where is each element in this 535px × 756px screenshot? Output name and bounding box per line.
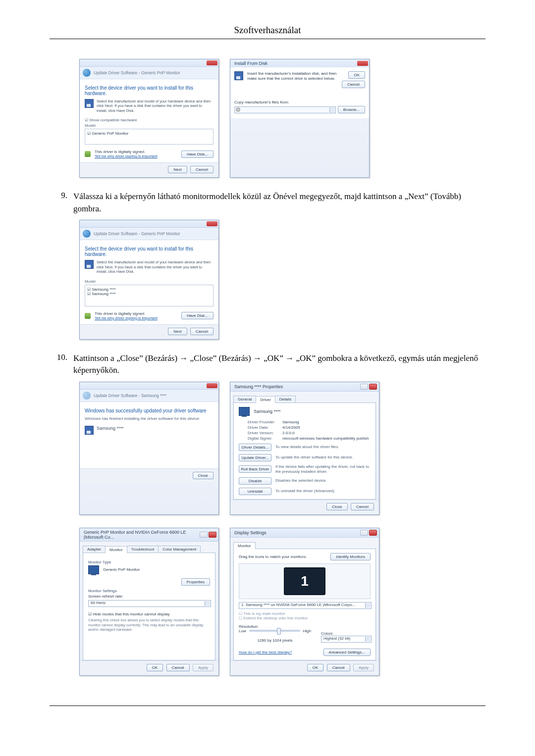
show-compatible-checkbox[interactable]: ☑ Show compatible hardware [85, 118, 214, 122]
signing-link[interactable]: Tell me why driver signing is important [95, 154, 177, 158]
hide-modes-checkbox[interactable]: ☑ Hide modes that this monitor cannot di… [88, 612, 210, 616]
step-10: 10. Kattintson a „Close” (Bezárás) → „Cl… [50, 353, 485, 377]
action-desc: Disables the selected device. [275, 478, 371, 483]
model-item[interactable]: Samsung **** [92, 292, 115, 296]
wizard-header-text: Update Driver Software - Generic PnP Mon… [94, 70, 180, 75]
back-arrow-icon[interactable] [83, 230, 91, 238]
min-icon[interactable] [360, 530, 368, 536]
ok-button[interactable]: OK [147, 664, 163, 671]
close-icon[interactable] [207, 221, 217, 226]
monitor-icon [85, 426, 94, 435]
monitor-settings-label: Monitor Settings [88, 589, 210, 593]
back-arrow-icon [83, 392, 91, 400]
cancel-button[interactable]: Cancel [327, 664, 350, 671]
next-button[interactable]: Next [168, 328, 187, 335]
identify-monitors-button[interactable]: Identify Monitors [330, 553, 371, 560]
cancel-button[interactable]: Cancel [342, 81, 365, 88]
tab-monitor[interactable]: Monitor [233, 542, 256, 549]
tab-color-management[interactable]: Color Management [158, 546, 201, 553]
step-text: Kattintson a „Close” (Bezárás) → „Close”… [73, 353, 485, 377]
disable-button[interactable]: Disable [239, 477, 271, 485]
tab-adapter[interactable]: Adapter [83, 546, 106, 553]
dlg-install-from-disk: Install From Disk Insert the manufacture… [230, 59, 370, 178]
floppy-icon [85, 99, 94, 108]
rollback-driver-button[interactable]: Roll Back Driver [239, 465, 271, 473]
close-button[interactable]: Close [326, 503, 347, 510]
close-icon[interactable] [209, 532, 216, 538]
browse-button[interactable]: Browse... [338, 106, 365, 113]
action-desc: If the device fails after updating the d… [275, 464, 371, 474]
screenshot-row-2: Update Driver Software - Generic PnP Mon… [79, 220, 485, 339]
monitor-icon [88, 565, 99, 574]
close-icon[interactable] [369, 384, 377, 390]
apply-button[interactable]: Apply [353, 664, 374, 671]
signed-text: This driver is digitally signed. [95, 150, 177, 154]
kv-val: Samsung [282, 420, 371, 424]
cancel-button[interactable]: Cancel [190, 328, 214, 335]
wizard-subtext: Select the manufacturer and model of you… [97, 260, 214, 274]
ok-button[interactable]: OK [348, 71, 365, 79]
ok-button[interactable]: OK [307, 664, 324, 671]
cancel-button[interactable]: Cancel [190, 166, 214, 173]
properties-button[interactable]: Properties [181, 578, 210, 586]
advanced-settings-button[interactable]: Advanced Settings... [323, 649, 371, 656]
colors-select[interactable]: Highest (32 bit) [321, 636, 372, 643]
action-desc: To update the driver software for this d… [275, 455, 371, 460]
kv-val: microsoft windows hardware compatibility… [282, 436, 371, 441]
cancel-button[interactable]: Cancel [166, 664, 190, 671]
min-icon[interactable] [200, 532, 208, 538]
slider-thumb[interactable] [277, 628, 281, 635]
tab-general[interactable]: General [233, 396, 256, 403]
model-item[interactable]: Samsung **** [92, 287, 115, 292]
have-disk-button[interactable]: Have Disk... [181, 312, 214, 319]
tab-details[interactable]: Details [275, 396, 296, 403]
close-icon[interactable] [357, 61, 368, 66]
step-number: 9. [50, 191, 73, 201]
dlg-samsung-properties: Samsung **** Properties General Driver D… [230, 382, 379, 515]
cancel-button[interactable]: Cancel [351, 503, 374, 510]
model-list[interactable]: ☑ Samsung **** ☑ Samsung **** [85, 285, 214, 306]
next-button[interactable]: Next [168, 166, 187, 173]
dlg-update-finished: Update Driver Software - Samsung **** Wi… [79, 382, 219, 515]
uninstall-button[interactable]: Uninstall [239, 488, 271, 495]
close-icon[interactable] [369, 530, 377, 536]
dlg-title: Generic PnP Monitor and NVIDIA GeForce 6… [84, 530, 200, 540]
back-arrow-icon[interactable] [83, 69, 91, 77]
step-text: Válassza ki a képernyőn látható monitorm… [73, 191, 485, 215]
close-icon[interactable] [207, 60, 217, 65]
tab-troubleshoot[interactable]: Troubleshoot [127, 546, 159, 553]
shield-icon [85, 151, 91, 157]
best-display-link[interactable]: How do I get the best display? [239, 650, 292, 655]
tab-driver[interactable]: Driver [256, 396, 275, 403]
driver-details-button[interactable]: Driver Details... [239, 444, 271, 451]
monitor-1-icon[interactable]: 1 [284, 567, 325, 595]
resolution-slider[interactable] [249, 630, 300, 632]
model-item[interactable]: Generic PnP Monitor [92, 131, 128, 136]
help-icon[interactable] [360, 384, 368, 390]
tab-monitor[interactable]: Monitor [105, 546, 127, 553]
shield-icon [85, 313, 91, 319]
resolution-label: Resolution: [239, 624, 311, 629]
close-button[interactable]: Close [193, 472, 214, 479]
monitor-select[interactable]: 1. Samsung **** on NVIDIA GeForce 6600 L… [239, 602, 372, 609]
apply-button[interactable]: Apply [193, 664, 214, 671]
model-list[interactable]: ☑ Generic PnP Monitor [85, 129, 214, 145]
drive-icon [236, 107, 240, 112]
floppy-icon [234, 71, 243, 80]
signing-link[interactable]: Tell me why driver signing is important [95, 316, 177, 320]
dlg-display-settings: Display Settings Monitor Drag the icons … [230, 528, 379, 676]
extend-desktop-checkbox: ☐ Extend the desktop onto this monitor [239, 616, 371, 620]
update-driver-button[interactable]: Update Driver... [239, 454, 271, 461]
model-column-header: Model [85, 279, 214, 284]
dlg-update-driver-1: Update Driver Software - Generic PnP Mon… [79, 59, 219, 178]
model-column-header: Model [85, 123, 214, 128]
finished-device-name: Samsung **** [97, 426, 124, 435]
copy-from-dropdown[interactable] [234, 106, 336, 113]
bottom-rule [50, 706, 485, 706]
monitor-preview[interactable]: 1 [239, 563, 371, 599]
refresh-rate-select[interactable]: 60 Hertz [88, 600, 211, 607]
have-disk-button[interactable]: Have Disk... [181, 151, 214, 158]
refresh-rate-label: Screen refresh rate: [88, 594, 210, 599]
wizard-heading: Select the device driver you want to ins… [85, 246, 214, 257]
close-icon[interactable] [207, 383, 217, 388]
